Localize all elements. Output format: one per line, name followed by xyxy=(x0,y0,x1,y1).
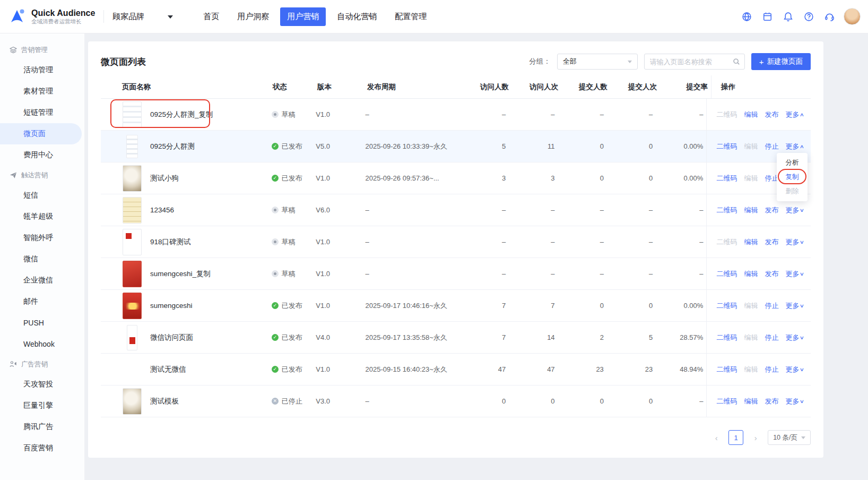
publish-stop-link[interactable]: 发布 xyxy=(765,237,778,247)
status-text: 草稿 xyxy=(282,237,296,247)
qrcode-link: 二维码 xyxy=(716,110,737,119)
page-name-text: 918口碑测试 xyxy=(150,237,191,247)
menu-item-copy[interactable]: 复制 xyxy=(777,170,808,184)
sidebar-item[interactable]: 企业微信 xyxy=(0,270,84,291)
top-nav-item[interactable]: 用户洞察 xyxy=(230,7,276,26)
group-select[interactable]: 全部 xyxy=(557,54,638,70)
cell-submit-rate: 0.00% xyxy=(656,174,706,182)
top-nav-item[interactable]: 首页 xyxy=(196,7,226,26)
more-link[interactable]: 更多∧ xyxy=(785,142,804,151)
publish-stop-link[interactable]: 发布 xyxy=(765,397,778,406)
more-link[interactable]: 更多∨ xyxy=(785,205,804,215)
cell-submit-users: 0 xyxy=(558,302,607,310)
table-row[interactable]: sumengceshi_复制草稿V1.0––––––二维码编辑发布更多∨ xyxy=(101,258,811,290)
qrcode-link[interactable]: 二维码 xyxy=(716,301,737,311)
publish-stop-link[interactable]: 发布 xyxy=(765,110,778,119)
table-row[interactable]: 测试无微信✓已发布V1.02025-09-15 16:40:23~永久47472… xyxy=(101,354,811,385)
thumbnail-box xyxy=(122,229,142,255)
publish-stop-link[interactable]: 停止 xyxy=(765,142,778,151)
more-link[interactable]: 更多∨ xyxy=(785,397,804,406)
prev-page-button[interactable]: ‹ xyxy=(709,430,724,445)
cell-submit-rate: – xyxy=(656,206,706,214)
sidebar-item[interactable]: 微页面 xyxy=(0,123,82,144)
sidebar-item[interactable]: 天攻智投 xyxy=(0,374,84,395)
publish-stop-link[interactable]: 发布 xyxy=(765,205,778,215)
sidebar-item[interactable]: 腾讯广告 xyxy=(0,416,84,438)
sidebar-item[interactable]: 邮件 xyxy=(0,291,84,312)
qrcode-link[interactable]: 二维码 xyxy=(716,397,737,406)
status-text: 已发布 xyxy=(282,142,302,151)
edit-link[interactable]: 编辑 xyxy=(744,205,758,215)
table-row[interactable]: 918口碑测试草稿V1.0––––––二维码编辑发布更多∨ xyxy=(101,226,811,258)
more-link[interactable]: 更多∧ xyxy=(785,110,804,119)
table-row[interactable]: 0925分人群测✓已发布V5.02025-09-26 10:33:39~永久51… xyxy=(101,131,811,162)
top-nav-item[interactable]: 自动化营销 xyxy=(330,7,384,26)
chevron-down-icon: ∨ xyxy=(800,367,804,372)
menu-item-analysis[interactable]: 分析 xyxy=(777,156,808,170)
table-row[interactable]: sumengceshi✓已发布V1.02025-09-17 10:46:16~永… xyxy=(101,290,811,322)
service-icon[interactable] xyxy=(823,11,835,22)
table-row[interactable]: 测试小狗✓已发布V1.02025-09-26 09:57:36~...33000… xyxy=(101,162,811,194)
publish-stop-link[interactable]: 停止 xyxy=(765,365,778,374)
new-micropage-button[interactable]: + 新建微页面 xyxy=(751,53,811,70)
avatar[interactable] xyxy=(844,8,861,25)
more-link[interactable]: 更多∨ xyxy=(785,237,804,247)
qrcode-link[interactable]: 二维码 xyxy=(716,142,737,151)
top-nav-item[interactable]: 配置管理 xyxy=(388,7,433,26)
qrcode-link[interactable]: 二维码 xyxy=(716,269,737,279)
sidebar-item[interactable]: 巨量引擎 xyxy=(0,395,84,416)
sidebar-item[interactable]: Webhook xyxy=(0,333,84,355)
cell-version: V5.0 xyxy=(307,142,357,150)
cell-submit-rate: 0.00% xyxy=(656,142,706,150)
brand-selector[interactable]: 顾家品牌 xyxy=(104,12,183,22)
sidebar-item[interactable]: 素材管理 xyxy=(0,81,84,102)
cell-submit-times: 0 xyxy=(607,174,656,182)
group-select-value: 全部 xyxy=(563,57,577,66)
sidebar-item[interactable]: 活动管理 xyxy=(0,59,84,81)
cell-submit-times: – xyxy=(607,110,656,118)
sidebar-item[interactable]: 微信 xyxy=(0,248,84,270)
table-row[interactable]: 微信访问页面✓已发布V4.02025-09-17 13:35:58~永久7142… xyxy=(101,322,811,354)
qrcode-link[interactable]: 二维码 xyxy=(716,174,737,183)
more-link[interactable]: 更多∨ xyxy=(785,333,804,342)
search-icon[interactable] xyxy=(733,58,740,65)
edit-link[interactable]: 编辑 xyxy=(744,110,758,119)
qrcode-link[interactable]: 二维码 xyxy=(716,205,737,215)
publish-stop-link[interactable]: 停止 xyxy=(765,333,778,342)
help-icon[interactable] xyxy=(803,11,814,22)
top-nav-item[interactable]: 用户营销 xyxy=(280,7,326,26)
sidebar-item[interactable]: 瓴羊超级 xyxy=(0,206,84,227)
more-link[interactable]: 更多∨ xyxy=(785,269,804,279)
publish-stop-link[interactable]: 发布 xyxy=(765,269,778,279)
sidebar-item[interactable]: PUSH xyxy=(0,312,84,333)
edit-link[interactable]: 编辑 xyxy=(744,269,758,279)
globe-icon[interactable] xyxy=(741,11,752,22)
more-link[interactable]: 更多∨ xyxy=(785,301,804,311)
status-text: 已发布 xyxy=(282,333,302,342)
edit-link[interactable]: 编辑 xyxy=(744,237,758,247)
edit-link[interactable]: 编辑 xyxy=(744,397,758,406)
next-page-button[interactable]: › xyxy=(748,430,763,445)
table-row[interactable]: 0925分人群测_复制草稿V1.0––––––二维码编辑发布更多∧ xyxy=(101,99,811,131)
cell-visits: 14 xyxy=(509,333,558,341)
table-row[interactable]: 测试模板✕已停止V3.0–0000–二维码编辑发布更多∨ xyxy=(101,385,811,417)
page-number[interactable]: 1 xyxy=(728,430,743,445)
page-name-text: 0925分人群测_复制 xyxy=(150,110,213,119)
sidebar-item[interactable]: 智能外呼 xyxy=(0,227,84,248)
sidebar-item[interactable]: 费用中心 xyxy=(0,144,84,166)
more-link[interactable]: 更多∨ xyxy=(785,365,804,374)
sidebar-item[interactable]: 百度营销 xyxy=(0,438,84,459)
table-row[interactable]: 123456草稿V6.0––––––二维码编辑发布更多∨ xyxy=(101,194,811,226)
pagination: ‹ 1 › 10 条/页 xyxy=(101,430,811,445)
search-input[interactable] xyxy=(650,58,733,66)
sidebar-item[interactable]: 短信 xyxy=(0,185,84,206)
status-text: 草稿 xyxy=(282,269,296,279)
bell-icon[interactable] xyxy=(782,11,794,22)
thumbnail-box xyxy=(122,356,142,383)
sidebar-item[interactable]: 短链管理 xyxy=(0,102,84,123)
calendar-icon[interactable] xyxy=(761,11,773,22)
page-size-select[interactable]: 10 条/页 xyxy=(768,430,811,445)
publish-stop-link[interactable]: 停止 xyxy=(765,301,778,311)
qrcode-link[interactable]: 二维码 xyxy=(716,333,737,342)
qrcode-link[interactable]: 二维码 xyxy=(716,365,737,374)
